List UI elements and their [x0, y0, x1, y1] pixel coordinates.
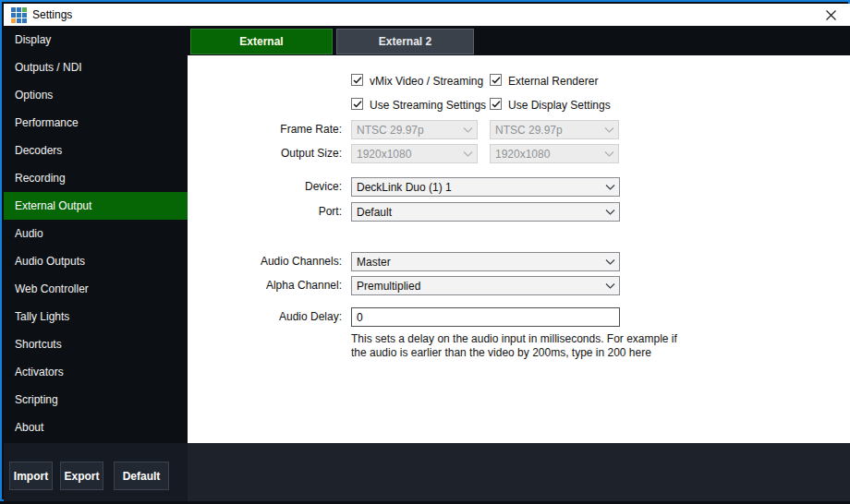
- sidebar-item-options[interactable]: Options: [4, 81, 188, 109]
- sidebar-item-decoders[interactable]: Decoders: [4, 137, 188, 164]
- chevron-down-icon: [600, 127, 618, 133]
- alpha-channel-select[interactable]: Premultiplied: [351, 276, 620, 295]
- use-display-settings-label: Use Display Settings: [508, 99, 611, 112]
- audio-channels-value: Master: [352, 256, 601, 269]
- sidebar-item-audio-outputs[interactable]: Audio Outputs: [4, 247, 188, 275]
- frame-rate-value-2: NTSC 29.97p: [491, 124, 600, 137]
- frame-rate-value-1: NTSC 29.97p: [352, 124, 458, 137]
- use-streaming-settings-label: Use Streaming Settings: [370, 99, 486, 112]
- output-size-label: Output Size:: [224, 147, 342, 160]
- frame-rate-label: Frame Rate:: [224, 123, 342, 136]
- check-icon: [492, 101, 501, 108]
- close-button[interactable]: [815, 4, 846, 26]
- audio-delay-help-text: This sets a delay on the audio input in …: [351, 332, 680, 360]
- chevron-down-icon: [458, 127, 477, 133]
- tab-external[interactable]: External: [190, 29, 333, 54]
- sidebar-item-shortcuts[interactable]: Shortcuts: [4, 330, 188, 358]
- sidebar-item-web-controller[interactable]: Web Controller: [4, 275, 188, 303]
- import-button[interactable]: Import: [9, 462, 53, 490]
- output-size-value-1: 1920x1080: [352, 148, 458, 161]
- use-streaming-settings-checkbox[interactable]: [351, 98, 363, 110]
- tab-external-2[interactable]: External 2: [336, 29, 474, 54]
- chevron-down-icon: [601, 185, 619, 190]
- frame-rate-select-2[interactable]: NTSC 29.97p: [490, 120, 619, 139]
- port-label: Port:: [224, 205, 342, 218]
- tab-bar: External External 2: [188, 26, 850, 55]
- device-label: Device:: [224, 180, 342, 193]
- vmix-video-streaming-checkbox[interactable]: [351, 74, 363, 86]
- sidebar-item-display[interactable]: Display: [4, 26, 188, 54]
- audio-channels-label: Audio Channels:: [224, 255, 342, 268]
- export-button[interactable]: Export: [60, 462, 103, 490]
- frame-rate-select-1[interactable]: NTSC 29.97p: [351, 120, 478, 139]
- device-value: DeckLink Duo (1) 1: [352, 181, 601, 194]
- device-select[interactable]: DeckLink Duo (1) 1: [351, 177, 620, 197]
- audio-channels-select[interactable]: Master: [351, 252, 620, 271]
- check-icon: [353, 77, 362, 84]
- output-size-select-1[interactable]: 1920x1080: [351, 144, 478, 163]
- vmix-logo-icon: [11, 7, 27, 23]
- title-bar: Settings: [4, 4, 850, 26]
- window-title: Settings: [32, 8, 72, 22]
- audio-delay-label: Audio Delay:: [224, 310, 342, 323]
- sidebar-item-about[interactable]: About: [4, 414, 188, 441]
- vmix-video-streaming-label: vMix Video / Streaming: [370, 75, 483, 88]
- sidebar-footer: Import Export Default: [4, 443, 188, 501]
- check-icon: [353, 101, 362, 108]
- chevron-down-icon: [601, 283, 619, 289]
- chevron-down-icon: [601, 259, 619, 265]
- port-value: Default: [352, 206, 601, 219]
- alpha-channel-label: Alpha Channel:: [224, 279, 342, 292]
- check-icon: [492, 77, 501, 84]
- sidebar-item-external-output[interactable]: External Output: [4, 192, 188, 220]
- chevron-down-icon: [458, 151, 477, 157]
- audio-delay-input[interactable]: [351, 307, 620, 327]
- sidebar-item-activators[interactable]: Activators: [4, 358, 188, 386]
- sidebar: Display Outputs / NDI Options Performanc…: [4, 26, 188, 443]
- settings-window: Settings Display Outputs / NDI Options P…: [0, 0, 850, 504]
- port-select[interactable]: Default: [351, 202, 620, 222]
- window-body: Settings Display Outputs / NDI Options P…: [0, 0, 850, 501]
- chevron-down-icon: [600, 151, 618, 157]
- sidebar-item-scripting[interactable]: Scripting: [4, 386, 188, 414]
- use-display-settings-checkbox[interactable]: [490, 98, 502, 110]
- external-renderer-checkbox[interactable]: [490, 74, 502, 86]
- sidebar-item-recording[interactable]: Recording: [4, 164, 188, 192]
- output-size-value-2: 1920x1080: [491, 148, 600, 161]
- chevron-down-icon: [601, 210, 619, 215]
- sidebar-item-outputs-ndi[interactable]: Outputs / NDI: [4, 54, 188, 81]
- default-button[interactable]: Default: [114, 462, 169, 490]
- bottom-bar: Show Advanced Settings OK Cancel: [188, 443, 850, 501]
- sidebar-item-audio[interactable]: Audio: [4, 220, 188, 247]
- output-size-select-2[interactable]: 1920x1080: [490, 144, 619, 163]
- external-renderer-label: External Renderer: [508, 75, 598, 88]
- alpha-channel-value: Premultiplied: [352, 280, 601, 293]
- external-output-panel: [188, 55, 850, 443]
- sidebar-item-tally-lights[interactable]: Tally Lights: [4, 303, 188, 330]
- close-icon: [825, 9, 837, 21]
- sidebar-item-performance[interactable]: Performance: [4, 109, 188, 137]
